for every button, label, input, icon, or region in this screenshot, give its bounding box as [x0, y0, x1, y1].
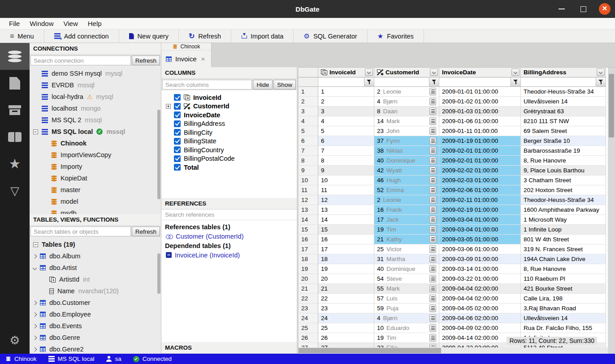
row-number-cell[interactable]: 20 — [299, 274, 318, 284]
customerid-cell[interactable]: 8Daan — [374, 107, 439, 116]
invoiceid-cell[interactable]: 3 — [318, 107, 374, 116]
invoicedate-cell[interactable]: 2009-02-11 01:00:00 — [439, 195, 521, 205]
filter-button[interactable] — [596, 77, 606, 86]
customerid-cell[interactable]: 46Hugh — [374, 176, 439, 185]
invoicedate-cell[interactable]: 2009-02-01 01:00:00 — [439, 146, 521, 156]
grid-vertical-scrollbar[interactable] — [608, 68, 615, 354]
row-number-cell[interactable]: 3 — [299, 107, 318, 116]
billingaddress-cell[interactable]: 8, Rue Hanovre — [521, 264, 606, 274]
row-number-cell[interactable]: 26 — [299, 333, 318, 343]
column-item[interactable]: BillingCity — [161, 128, 297, 137]
filter-input-billingaddress[interactable] — [521, 77, 596, 86]
customerid-cell[interactable]: 10Eduardo — [374, 323, 439, 333]
open-reference-icon[interactable] — [429, 216, 436, 223]
invoiceid-cell[interactable]: 20 — [318, 274, 374, 284]
customerid-cell[interactable]: 40Dominique — [374, 156, 439, 166]
row-number-cell[interactable]: 16 — [299, 235, 318, 244]
grid-row[interactable]: 191940Dominique2009-03-14 01:00:008, Rue… — [299, 264, 615, 274]
filter-input-invoicedate[interactable] — [439, 77, 511, 86]
open-reference-icon[interactable] — [429, 107, 436, 115]
connection-item[interactable]: ImportViewsCopy — [30, 149, 161, 161]
billingaddress-cell[interactable]: 69 Salem Street — [521, 126, 606, 136]
customerid-cell[interactable]: 19Tim — [374, 333, 439, 343]
invoicedate-cell[interactable]: 2009-02-01 01:00:00 — [439, 156, 521, 166]
column-menu-button[interactable] — [597, 69, 605, 76]
grid-row[interactable]: 181831Martha2009-03-09 01:00:00194A Chai… — [299, 254, 615, 264]
open-reference-icon[interactable] — [429, 206, 436, 214]
table-tree-item[interactable]: dbo.Album — [30, 250, 161, 262]
billingaddress-cell[interactable]: 8, Rue Hanovre — [521, 156, 606, 166]
grid-row[interactable]: 252510Eduardo2009-04-09 02:00:00Rua Dr. … — [299, 323, 615, 333]
customerid-cell[interactable]: 25Victor — [374, 244, 439, 254]
search-references-input[interactable] — [161, 211, 297, 218]
grid-row[interactable]: 111152Emma2009-02-06 01:00:00202 Hoxton … — [299, 185, 615, 195]
invoiceid-cell[interactable]: 12 — [318, 195, 374, 205]
open-reference-icon[interactable] — [429, 98, 436, 105]
invoiceid-cell[interactable]: 8 — [318, 156, 374, 166]
row-number-cell[interactable]: 22 — [299, 294, 318, 304]
grid-row[interactable]: 101046Hugh2009-02-03 01:00:003 Chatham S… — [299, 176, 615, 185]
rail-item-settings[interactable]: ⚙ — [0, 327, 30, 354]
invoicedate-cell[interactable]: 2009-03-22 01:00:00 — [439, 274, 521, 284]
row-number-cell[interactable]: 7 — [299, 146, 318, 156]
billingaddress-cell[interactable]: 3,Raj Bhavan Road — [521, 304, 606, 313]
billingaddress-cell[interactable]: 421 Bourke Street — [521, 284, 606, 294]
table-tree-item[interactable]: Namenvarchar(120) — [30, 285, 161, 297]
grid-header-billingaddress[interactable]: BillingAddress — [521, 68, 606, 77]
invoiceid-cell[interactable]: 18 — [318, 254, 374, 264]
customerid-cell[interactable]: 4Bjørn — [374, 313, 439, 323]
billingaddress-cell[interactable]: Ullevålsveien 14 — [521, 97, 606, 107]
row-number-cell[interactable]: 23 — [299, 304, 318, 313]
connection-item[interactable]: MS SQL 2mssql — [30, 114, 161, 126]
invoicedate-cell[interactable]: 2009-04-05 02:00:00 — [439, 304, 521, 313]
row-number-cell[interactable]: 10 — [299, 176, 318, 185]
billingaddress-cell[interactable]: Ullevålsveien 14 — [521, 313, 606, 323]
column-item[interactable]: BillingCountry — [161, 146, 297, 154]
column-checkbox[interactable] — [174, 120, 181, 127]
reference-link[interactable]: Customer (CustomerId) — [165, 231, 293, 241]
grid-row[interactable]: 141417Jack2009-03-04 01:00:001 Microsoft… — [299, 215, 615, 225]
row-number-cell[interactable]: 13 — [299, 205, 318, 215]
invoiceid-cell[interactable]: 24 — [318, 313, 374, 323]
invoiceid-cell[interactable]: 15 — [318, 225, 374, 235]
invoiceid-cell[interactable]: 25 — [318, 323, 374, 333]
table-tree-item[interactable]: dbo.Events — [30, 320, 161, 332]
connection-item[interactable]: −MS SQL local✓mssql — [30, 126, 161, 137]
grid-row[interactable]: 6637Fynn2009-01-19 01:00:00Berger Straße… — [299, 136, 615, 146]
open-reference-icon[interactable] — [429, 167, 436, 174]
favorites-button[interactable]: ★Favorites — [368, 30, 424, 43]
grid-row[interactable]: 171725Victor2009-03-06 01:00:00319 N. Fr… — [299, 244, 615, 254]
grid-horizontal-scrollbar[interactable] — [299, 347, 608, 354]
customerid-cell[interactable]: 14Mark — [374, 116, 439, 126]
grid-row[interactable]: 12122Leonie2009-02-11 01:00:00Theodor-He… — [299, 195, 615, 205]
statusbar-connected[interactable]: ✓Connected — [133, 355, 172, 362]
invoiceid-cell[interactable]: 4 — [318, 116, 374, 126]
billingaddress-cell[interactable]: 202 Hoxton Street — [521, 185, 606, 195]
statusbar-chinook[interactable]: Chinook — [5, 355, 37, 362]
show-columns-button[interactable]: Show — [273, 80, 296, 90]
column-checkbox[interactable] — [174, 129, 181, 136]
invoicedate-cell[interactable]: 2009-02-19 01:00:00 — [439, 205, 521, 215]
grid-row[interactable]: 7738Niklas2009-02-01 01:00:00Barbarossas… — [299, 146, 615, 156]
invoicedate-cell[interactable]: 2009-04-06 02:00:00 — [439, 313, 521, 323]
table-tree-item[interactable]: dbo.Genre2 — [30, 343, 161, 354]
tables-refresh-button[interactable]: Refresh — [132, 227, 160, 236]
column-item[interactable]: InvoiceId — [161, 93, 297, 102]
billingaddress-cell[interactable]: 1 Microsoft Way — [521, 215, 606, 225]
minimize-button[interactable] — [556, 3, 567, 15]
column-checkbox[interactable] — [174, 138, 181, 145]
hide-columns-button[interactable]: Hide — [253, 80, 273, 90]
invoicedate-cell[interactable]: 2009-04-04 02:00:00 — [439, 294, 521, 304]
open-reference-icon[interactable] — [429, 88, 436, 95]
invoicedate-cell[interactable]: 2009-02-03 01:00:00 — [439, 176, 521, 185]
open-reference-icon[interactable] — [429, 295, 436, 302]
row-number-cell[interactable]: 11 — [299, 185, 318, 195]
column-menu-button[interactable] — [365, 69, 373, 76]
billingaddress-cell[interactable]: 3 Chatham Street — [521, 176, 606, 185]
column-item[interactable]: BillingAddress — [161, 120, 297, 128]
rail-item-history[interactable] — [0, 124, 30, 150]
table-tree-item[interactable]: ArtistIdint — [30, 274, 161, 285]
row-number-cell[interactable]: 6 — [299, 136, 318, 146]
grid-row[interactable]: 24244Bjørn2009-04-06 02:00:00Ullevålsvei… — [299, 313, 615, 323]
billingaddress-cell[interactable]: 1600 Amphitheatre Parkway — [521, 205, 606, 215]
